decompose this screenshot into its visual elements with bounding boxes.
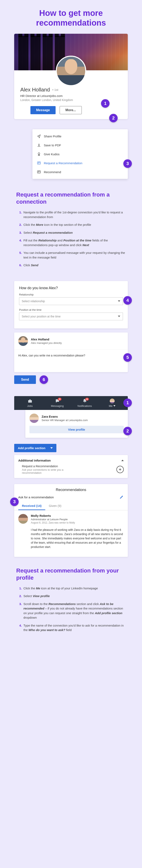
step-badge-6: 6 xyxy=(40,375,48,384)
position-label: Position at the time xyxy=(19,308,123,311)
nav-jobs[interactable]: Jobs xyxy=(16,399,44,407)
share-profile-item[interactable]: Share Profile xyxy=(32,132,128,141)
avatar[interactable] xyxy=(56,56,86,86)
recommender-name[interactable]: Molly Roberts xyxy=(31,514,75,518)
relationship-label: Relationship xyxy=(19,293,123,296)
me-avatar xyxy=(110,399,115,403)
recommend-icon xyxy=(37,170,41,174)
connection-degree: • 1st xyxy=(52,88,58,91)
section-1-title: Request a recommendation from a connecti… xyxy=(6,191,136,205)
chevron-down-icon xyxy=(118,300,120,302)
more-dropdown: Share Profile Save to PDF Give Kudos Req… xyxy=(32,129,128,179)
step-badge-2b: 2 xyxy=(123,427,132,435)
user-name: Zara Evans xyxy=(42,415,88,418)
nav-me[interactable]: Me xyxy=(98,399,126,407)
recommender-role: Administrator at Leisure People xyxy=(31,518,75,521)
chevron-down-icon xyxy=(50,447,53,449)
give-kudos-item[interactable]: Give Kudos xyxy=(32,150,128,158)
edit-icon[interactable] xyxy=(120,495,124,500)
request-recommendation-item[interactable]: Request a Recommendation xyxy=(32,158,128,167)
step-badge-4: 4 xyxy=(123,296,132,305)
recommendations-heading: Recommendations xyxy=(14,488,128,495)
notifications-badge: 6 xyxy=(85,398,89,401)
additional-info-panel: Additional information Request a Recomme… xyxy=(14,455,128,478)
relationship-form: How do you know Alex? Relationship Selec… xyxy=(14,281,128,329)
recommend-item[interactable]: Recommend xyxy=(32,167,128,177)
share-icon xyxy=(37,134,41,138)
download-icon xyxy=(37,143,41,147)
nav-messaging[interactable]: 3 Messaging xyxy=(44,399,71,407)
svg-point-0 xyxy=(38,153,40,154)
recipient-relationship: Alex managed you directly xyxy=(31,341,62,344)
user-avatar xyxy=(29,413,39,423)
recommendations-tabs: Received (14) Given (9) xyxy=(14,502,128,510)
step-badge-3b: 3 xyxy=(10,497,19,506)
profile-name: Alex Holland xyxy=(20,87,50,93)
svg-rect-1 xyxy=(38,162,41,164)
me-dropdown: Zara Evans Senior HR Manager at Leisurej… xyxy=(25,410,128,438)
step-badge-2: 2 xyxy=(109,114,118,122)
chevron-down-icon xyxy=(113,405,115,406)
save-pdf-item[interactable]: Save to PDF xyxy=(32,141,128,150)
message-body[interactable]: Hi Alex, can you write me a recommendati… xyxy=(14,350,128,372)
request-icon xyxy=(37,161,41,165)
page-title: How to get more recommendations xyxy=(6,8,136,28)
form-heading: How do you know Alex? xyxy=(19,286,123,290)
send-button[interactable]: Send xyxy=(14,375,36,384)
recipient-name: Alex Holland xyxy=(31,338,62,341)
briefcase-icon xyxy=(28,399,32,403)
profile-card: Alex Holland • 1st HR Director at Leisur… xyxy=(14,34,128,119)
svg-rect-2 xyxy=(38,171,41,173)
more-button[interactable]: More... xyxy=(60,106,82,114)
add-profile-section-button[interactable]: Add profile section xyxy=(14,444,57,452)
steps-list-2: 1.Click the Me icon at the top of your L… xyxy=(6,586,136,638)
recipient-avatar xyxy=(18,336,28,346)
section-2-title: Request a recommendation from your profi… xyxy=(6,567,136,581)
request-rec-subtitle: Ask your connections to write you a reco… xyxy=(22,468,75,474)
ask-for-recommendation[interactable]: Ask for a recommendation xyxy=(18,495,54,499)
request-rec-title: Request a Recommendation xyxy=(22,465,75,468)
step-badge-3: 3 xyxy=(123,159,132,168)
recommendation-text: I had the pleasure of working with Zara … xyxy=(14,528,128,553)
chevron-down-icon xyxy=(118,316,120,317)
nav-notifications[interactable]: 6 Notifications xyxy=(71,399,98,407)
svg-rect-3 xyxy=(28,400,32,403)
recommendations-panel: Recommendations Ask for a recommendation… xyxy=(14,484,128,557)
step-badge-1: 1 xyxy=(101,99,110,108)
message-button[interactable]: Message xyxy=(30,106,56,114)
view-profile-button[interactable]: View profile xyxy=(29,426,124,433)
step-badge-1b: 1 xyxy=(123,399,132,407)
chevron-up-icon xyxy=(121,460,124,461)
kudos-icon xyxy=(37,152,41,156)
relationship-select[interactable]: Select relationship xyxy=(19,297,123,305)
recommendation-date: August 8, 2012, Zara was senior to Molly xyxy=(31,521,75,524)
user-title: Senior HR Manager at Leisurejobs.com xyxy=(42,418,88,422)
additional-info-heading: Additional information xyxy=(18,459,51,462)
messaging-badge: 3 xyxy=(58,398,62,401)
add-button[interactable]: + xyxy=(116,466,124,473)
tab-given[interactable]: Given (9) xyxy=(45,502,65,510)
message-card: Alex Holland Alex managed you directly H… xyxy=(14,333,128,372)
recommender-avatar xyxy=(18,514,28,524)
steps-list-1: 1.Navigate to the profile of the 1st-deg… xyxy=(6,210,136,273)
step-badge-5: 5 xyxy=(123,353,132,362)
top-navbar: Jobs 3 Messaging 6 Notifications Me 1 xyxy=(14,396,128,410)
profile-headline: HR Director at Leisurejobs.com xyxy=(20,94,122,98)
position-select[interactable]: Select your position at the time xyxy=(19,313,123,320)
tab-received[interactable]: Received (14) xyxy=(18,502,45,510)
